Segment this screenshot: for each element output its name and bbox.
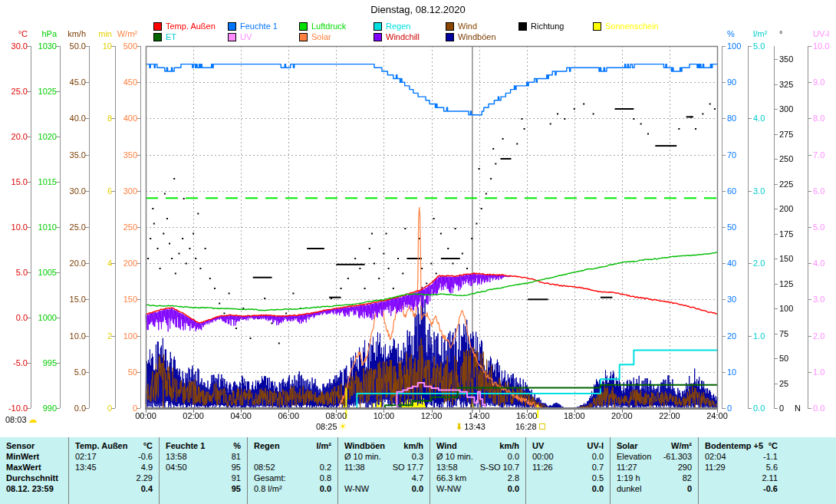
cell-value: 2.11 [762, 473, 778, 483]
tick-label: 0.0 [16, 313, 28, 322]
x-tick-label: 06:00 [272, 411, 305, 420]
sunrise-time: 08:25 [316, 422, 337, 431]
cell-value: 4.7 [412, 473, 423, 483]
tick-label: 0.0 [753, 404, 765, 413]
tick-label: 1030 [38, 41, 57, 51]
tick-label: 40 [727, 259, 736, 268]
row-label: 08.12. 23:59 [0, 483, 68, 494]
sensor-column-windb-en: Windböenkm/hØ 10 min.0.311:38SO 17.74.7W… [337, 437, 430, 504]
legend-label: UV [240, 32, 252, 41]
tick-label: 500 [123, 41, 137, 51]
x-tick-label: 16:00 [510, 411, 544, 420]
tick-label: 0.0 [74, 404, 86, 413]
tick-label: 450 [123, 77, 137, 87]
cell-value: 2.8 [508, 473, 519, 483]
legend-item-solar[interactable]: Solar [299, 32, 331, 41]
x-tick-label: 08:00 [319, 411, 353, 420]
tick-label: 4 [107, 259, 112, 268]
tick-label: 100 [779, 304, 793, 313]
cell-time: W-NW [344, 483, 369, 494]
cell-value: 5.6 [766, 462, 778, 473]
legend-swatch [374, 22, 382, 31]
legend-item-windchill[interactable]: Windchill [374, 32, 420, 41]
tick-label: 0 [779, 404, 784, 413]
tick-label: 1.0 [813, 367, 824, 377]
tick-label: 1000 [38, 313, 57, 322]
cell-time: dunkel [617, 483, 641, 494]
tick-label: 20 [727, 331, 736, 341]
legend-item-et[interactable]: ET [153, 32, 176, 41]
tick-label: 10.0 [12, 222, 28, 232]
tick-label: 250 [123, 222, 137, 232]
legend-item-luftdruck[interactable]: Luftdruck [299, 21, 346, 31]
tick-label: 9.0 [813, 77, 824, 87]
x-tick-label: 02:00 [176, 411, 210, 420]
cell-value: 91 [232, 473, 241, 483]
tick-label: 30.0 [70, 186, 86, 196]
legend-item-temp-au-en[interactable]: Temp. Außen [153, 21, 216, 31]
tick-label: 350 [779, 54, 793, 64]
legend-item-richtung[interactable]: Richtung [518, 21, 564, 31]
legend-item-windb-en[interactable]: Windböen [446, 32, 496, 41]
legend-swatch [446, 33, 454, 41]
column-name: Windböen [344, 440, 385, 451]
chart-canvas [0, 0, 836, 430]
legend-item-feuchte-1[interactable]: Feuchte 1 [228, 21, 278, 31]
cell-value: 0 [687, 483, 692, 494]
cell-time: 11:38 [344, 462, 365, 473]
tick-label: 60 [727, 186, 736, 196]
sensor-column-regen: Regenl/m²08:520.2Gesamt:0.80.8 l/m²0.0 [247, 437, 337, 504]
tick-label: 3.0 [813, 295, 824, 304]
cloud-icon: ☁ [28, 414, 38, 425]
legend-label: ET [166, 32, 176, 41]
row-label: MaxWert [0, 462, 68, 473]
solar-noon-marker: ⬇13:43 [454, 422, 485, 431]
tick-label: 0.0 [813, 404, 824, 413]
tick-label: 1015 [38, 177, 57, 186]
tick-label: 200 [779, 204, 793, 213]
tick-label: 10.0 [813, 41, 829, 51]
tick-label: 25 [779, 379, 788, 388]
sensor-column-temp-au-en: Temp. Außen°C02:17-0.613:454.92.290.4 [68, 437, 159, 504]
cell-time: 08:52 [254, 462, 275, 473]
tick-label: 2.0 [813, 331, 824, 341]
tick-label: 100 [123, 331, 137, 341]
legend-item-wind[interactable]: Wind [446, 21, 477, 31]
cell-time: 04:50 [166, 462, 187, 473]
cell-time: 0.8 l/m² [254, 483, 282, 494]
tick-label: -5.0 [13, 358, 28, 367]
cell-time: Elevation [617, 451, 651, 462]
pre-sunrise-marker: 08:03☁ [5, 415, 39, 424]
cell-value: 4.9 [141, 462, 153, 473]
legend-label: Feuchte 1 [240, 21, 278, 31]
row-label: MinWert [0, 451, 68, 462]
tick-label: 5.0 [753, 41, 765, 51]
tick-label: 300 [779, 104, 793, 114]
axis-unit-r2: ° [779, 29, 782, 38]
legend-item-uv[interactable]: UV [228, 32, 252, 41]
cell-time: 11:29 [705, 462, 726, 473]
tick-label: 990 [43, 404, 57, 413]
legend-item-sonnenschein[interactable]: Sonnenschein [593, 21, 659, 31]
tick-label: 8.0 [813, 114, 824, 123]
cell-value: SO 17.7 [393, 462, 423, 473]
x-tick-label: 24:00 [700, 411, 734, 420]
page-title: Dienstag, 08.12.2020 [0, 4, 836, 15]
tick-label: 45.0 [70, 77, 86, 87]
tick-label: 80 [727, 114, 736, 123]
tick-label: 90 [727, 77, 736, 87]
tick-label: 275 [779, 130, 793, 139]
row-label: Durchschnitt [0, 473, 68, 483]
tick-label: 50 [727, 222, 736, 232]
cell-value: -0.6 [138, 451, 153, 462]
column-name: Wind [436, 440, 457, 451]
cell-value: -1.1 [763, 451, 778, 462]
legend-item-regen[interactable]: Regen [374, 21, 410, 31]
axis-unit-2: km/h [67, 29, 86, 38]
column-name: UV [532, 440, 544, 451]
tick-label: 7.0 [813, 150, 824, 160]
cell-value: 0.7 [592, 462, 604, 473]
legend-swatch [374, 33, 382, 41]
cell-time: 13:58 [436, 462, 458, 473]
cell-value: 95 [232, 483, 241, 494]
